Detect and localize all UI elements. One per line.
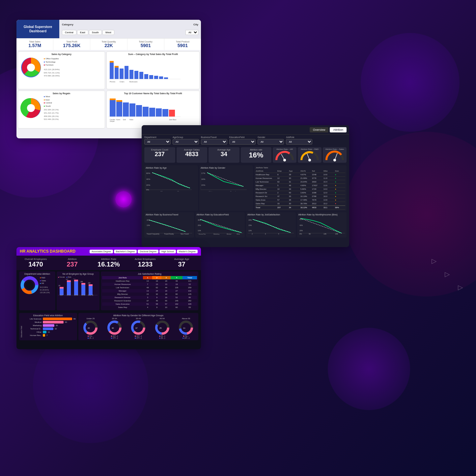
svg-text:Travel Rarely: Travel Rarely: [164, 233, 174, 235]
svg-rect-6: [120, 69, 124, 79]
table-row: Manager 5 46 4.90% 17637 13.6 ●: [256, 184, 345, 187]
p3-charts-row1: Department wise Attrition ■ R&D ■ Sales …: [16, 270, 201, 312]
tab-highschool[interactable]: High School: [159, 250, 176, 253]
svg-text:60: 60: [59, 285, 61, 287]
customers-bar-chart: Caroline Jumper Karen Seth Helen Jane Wa…: [108, 95, 198, 123]
tab-associates[interactable]: Associates Degree: [90, 250, 113, 253]
hr-attrition-panel: Overview Attrition Department All AgeGro…: [142, 125, 349, 247]
tab-overview[interactable]: Overview: [310, 127, 329, 132]
svg-rect-3: [110, 61, 114, 63]
svg-text:U25: U25: [60, 294, 63, 296]
svg-text:40: 40: [112, 327, 114, 329]
svg-text:Seth: Seth: [123, 119, 126, 121]
svg-rect-4: [115, 68, 119, 79]
edu-bar-technical: Technical D.. 32: [23, 327, 76, 330]
p3-header: HR ANALYTICS DASHBOARD Associates Degree…: [16, 247, 201, 256]
svg-rect-101: [67, 282, 71, 295]
filter-west[interactable]: West: [102, 30, 114, 35]
svg-text:186: 186: [80, 281, 83, 283]
p2-charts-table-row: Attrition Rate by Age 60% 40% 20% 0% 20 …: [142, 164, 349, 212]
svg-rect-23: [110, 98, 116, 100]
svg-rect-28: [136, 105, 142, 117]
sat-table-row: Mfg Director 15321880145: [102, 293, 197, 296]
gender-select[interactable]: All: [258, 139, 284, 145]
arrow-icon-3: ▷: [458, 283, 463, 291]
sat-table-row: Human Resources 713131952: [102, 283, 197, 286]
svg-rect-9: [134, 71, 138, 79]
tab-masters[interactable]: Master's Degree: [177, 250, 198, 253]
donut-3544: 37: [131, 320, 146, 335]
sat-table-row: Research Scientist 374555145282: [102, 299, 197, 302]
donut-55plus: 11: [179, 320, 193, 335]
metric-total-country: Total Country 5901: [127, 39, 164, 50]
svg-text:20: 20: [160, 191, 163, 191]
svg-rect-11: [144, 74, 148, 79]
dept-donut-chart: [20, 276, 39, 294]
attrition-sales-badge: Attrition Rate – Sales: [323, 147, 347, 163]
p3-attrition: Attrition 237: [56, 258, 89, 268]
svg-rect-24: [116, 102, 122, 117]
svg-rect-2: [110, 63, 114, 79]
svg-rect-15: [164, 77, 168, 79]
tab-doctoral[interactable]: Doctoral Degree: [138, 250, 158, 253]
svg-text:40%: 40%: [299, 224, 303, 226]
age-select[interactable]: All: [173, 139, 199, 145]
city-select[interactable]: All: [185, 30, 198, 35]
svg-rect-98: [60, 287, 64, 289]
filter-south[interactable]: South: [89, 30, 102, 35]
donut-35-44: 35-44 37 ■ (17...) ■ (77...): [131, 318, 146, 339]
tab-attrition[interactable]: Attrition: [330, 127, 347, 132]
svg-text:15%: 15%: [248, 224, 252, 226]
travel-select[interactable]: All: [201, 139, 227, 145]
svg-rect-30: [149, 108, 155, 117]
hr-gauge: 19%: [275, 150, 294, 162]
metric-total-profit: Total Profit 175.26K: [53, 39, 90, 50]
p1-sales-by-region: Sales by Regain ■ West ■ East ■ Central …: [18, 91, 105, 128]
svg-text:20: 20: [88, 327, 90, 329]
svg-text:152: 152: [88, 282, 91, 284]
educationfield-line: 30% 20% 10% Human Res. Marketing Medical…: [197, 217, 244, 235]
svg-rect-102: [67, 280, 71, 282]
filter-jobrole: JobRole All: [286, 136, 312, 145]
p1-sales-by-category: Sales by Category ■ Office Supplies ■ Te…: [18, 51, 105, 89]
svg-text:35-44: 35-44: [74, 294, 78, 296]
table-row: Research Dir 2 50 3.60% 1098 12.0 ●: [256, 191, 345, 195]
filter-east[interactable]: East: [77, 30, 88, 35]
p3-job-satisfaction-table: Job Satisfaction Rating Job Role 1 2 3 4…: [101, 271, 198, 310]
svg-text:Female: Female: [230, 191, 237, 191]
hr-analytics-panel: HR ANALYTICS DASHBOARD Associates Degree…: [16, 247, 201, 349]
rnd-gauge: 14%: [300, 150, 320, 162]
filter-central[interactable]: Central: [62, 30, 76, 35]
svg-rect-113: [89, 286, 93, 295]
svg-rect-97: [60, 289, 64, 295]
svg-text:Over 55: Over 55: [88, 294, 94, 296]
p3-age-gender-attrition: Attrition Rate by Gender for Different A…: [78, 313, 198, 340]
businesstravel-line: Travel Frequently Travel Rarely Non-Trav…: [146, 217, 193, 235]
table-row: Human Resources 12 30 21.06% 3776 11.8 ●: [256, 177, 345, 180]
svg-text:237: 237: [66, 279, 69, 280]
edu-select[interactable]: All: [229, 139, 256, 145]
dept-select[interactable]: All: [144, 139, 171, 145]
jobrole-select[interactable]: All: [286, 139, 312, 145]
donut-under25: Under 25 20 ■ Fe... ■ (4...): [83, 318, 98, 339]
p2-educationfield-chart: Attrition Rate by EducationField 30% 20%…: [195, 212, 245, 238]
svg-text:Phones: Phones: [110, 81, 115, 83]
svg-rect-25: [116, 100, 122, 102]
svg-line-48: [335, 153, 337, 160]
p2-jobrole-table: JobRole Table JobRole Emp Age Attr% Sal …: [254, 165, 347, 211]
svg-text:40: 40: [177, 191, 179, 191]
svg-rect-109: [81, 285, 85, 295]
svg-rect-12: [149, 75, 153, 79]
svg-text:10%: 10%: [198, 230, 201, 232]
svg-text:20%: 20%: [146, 184, 151, 186]
sat-table-row: Sales Executive 515857162328: [102, 302, 197, 306]
tab-bachelors[interactable]: Bachelor's Degree: [114, 250, 137, 253]
region-pie-chart: [19, 97, 42, 120]
table-row: Sales Exec 57 38 17.48% 7679 14.8 ●: [256, 198, 345, 202]
filter-businesstravel: BusinessTravel All: [201, 136, 227, 145]
p3-attrition-rate: Attrition Rate 16.12%: [92, 258, 126, 268]
table-row: Research Sci 47 33 16.19% 2788 16.0 ●: [256, 195, 345, 198]
svg-text:4: 4: [278, 233, 279, 235]
svg-text:5K: 5K: [309, 233, 311, 235]
svg-text:20%: 20%: [299, 230, 303, 232]
